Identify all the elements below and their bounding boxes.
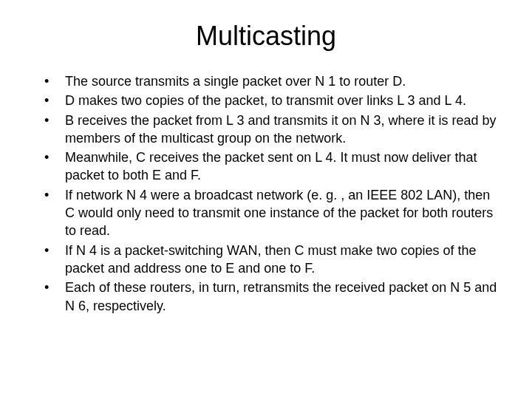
list-item: Each of these routers, in turn, retransm… xyxy=(44,279,502,315)
list-item: If N 4 is a packet-switching WAN, then C… xyxy=(44,242,502,278)
list-item: If network N 4 were a broadcast network … xyxy=(44,186,502,240)
list-item: Meanwhile, C receives the packet sent on… xyxy=(44,149,502,185)
slide: Multicasting The source transmits a sing… xyxy=(0,0,532,399)
list-item: The source transmits a single packet ove… xyxy=(44,72,502,90)
slide-title: Multicasting xyxy=(30,21,502,52)
bullet-list: The source transmits a single packet ove… xyxy=(30,72,502,315)
list-item: B receives the packet from L 3 and trans… xyxy=(44,112,502,148)
list-item: D makes two copies of the packet, to tra… xyxy=(44,92,502,109)
